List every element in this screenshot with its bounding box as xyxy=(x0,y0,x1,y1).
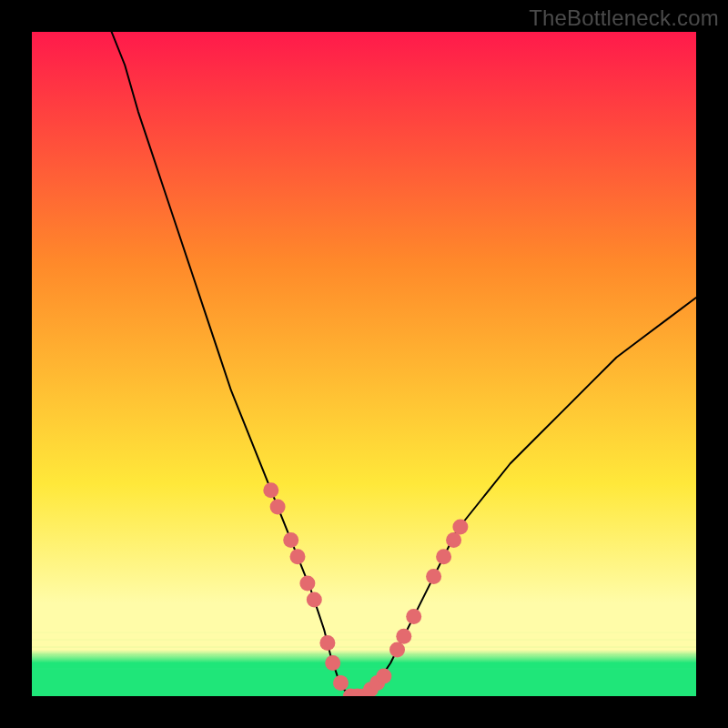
outer-frame: TheBottleneck.com xyxy=(0,0,728,728)
bottleneck-chart xyxy=(32,32,696,696)
curve-dot xyxy=(333,675,349,691)
curve-dot xyxy=(299,575,315,591)
curve-dot xyxy=(290,549,306,564)
curve-dot xyxy=(319,635,335,651)
curve-dot xyxy=(436,549,451,564)
curve-dot xyxy=(325,655,340,671)
curve-dot xyxy=(283,532,298,548)
curve-dot xyxy=(263,482,278,498)
curve-dot xyxy=(426,569,441,584)
curve-dot xyxy=(446,532,461,548)
curve-dot xyxy=(389,642,405,657)
watermark-text: TheBottleneck.com xyxy=(529,5,719,31)
curve-dot xyxy=(406,609,421,624)
curve-dot xyxy=(396,629,411,644)
curve-dot xyxy=(270,500,286,515)
curve-dot xyxy=(452,519,468,534)
curve-dot xyxy=(376,669,391,684)
chart-background xyxy=(32,32,696,696)
curve-dot xyxy=(307,592,322,608)
